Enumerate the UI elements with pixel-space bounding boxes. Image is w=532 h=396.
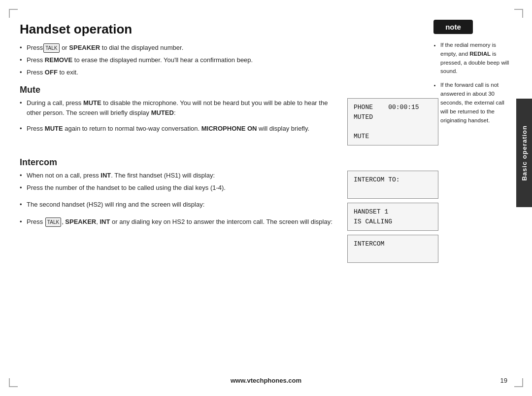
lcd-mute-line-3: [354, 122, 432, 132]
corner-mark-tl: [9, 9, 18, 18]
lcd-handset-calling-line-1: HANDSET 1: [354, 207, 432, 217]
page-number: 19: [500, 377, 507, 384]
intro-bullets: PressTALK or SPEAKER to dial the display…: [20, 43, 438, 77]
lcd-mute-line-1: PHONE 00:00:15: [354, 103, 432, 112]
intercom-right: INTERCOM TO: HANDSET 1 IS CALLING INTERC…: [347, 171, 438, 267]
mute-bullets: During a call, press MUTE to disable the…: [20, 98, 339, 117]
intercom-bullet-3: The second handset (HS2) will ring and t…: [20, 200, 339, 210]
lcd-mute-screen: PHONE 00:00:15 MUTED MUTE: [347, 98, 438, 145]
mute-bullet-1: During a call, press MUTE to disable the…: [20, 98, 339, 117]
main-content: Handset operation PressTALK or SPEAKER t…: [20, 20, 438, 371]
intercom-left: When not on a call, press INT. The first…: [20, 171, 339, 267]
note-area: note If the redial memory is empty, and …: [433, 20, 510, 130]
mute-right: PHONE 00:00:15 MUTED MUTE: [347, 98, 438, 149]
intercom-bullets: When not on a call, press INT. The first…: [20, 171, 339, 192]
intercom-bullets-2: The second handset (HS2) will ring and t…: [20, 200, 339, 210]
lcd-handset-calling-screen: HANDSET 1 IS CALLING: [347, 203, 438, 231]
intercom-bullet-2: Press the number of the handset to be ca…: [20, 183, 339, 193]
mute-section-title: Mute: [20, 85, 438, 95]
footer: www.vtechphones.com: [0, 377, 532, 384]
talk-icon: TALK: [43, 43, 59, 53]
lcd-mute-line-2: MUTED: [354, 112, 432, 122]
intro-bullet-1: PressTALK or SPEAKER to dial the display…: [20, 43, 438, 53]
intercom-bullet-1: When not on a call, press INT. The first…: [20, 171, 339, 180]
mute-bullets-2: Press MUTE again to return to normal two…: [20, 124, 339, 134]
intro-bullet-3: Press OFF to exit.: [20, 68, 438, 77]
footer-url: www.vtechphones.com: [231, 377, 301, 384]
intercom-bullets-3: Press TALK, SPEAKER, INT or any dialing …: [20, 217, 339, 227]
note-bullet-2: If the forward call is not answered in a…: [440, 81, 510, 125]
mute-section: During a call, press MUTE to disable the…: [20, 98, 438, 149]
lcd-handset-calling-line-2: IS CALLING: [354, 217, 432, 227]
lcd-intercom-screen: INTERCOM: [347, 235, 438, 263]
note-bullets-list: If the redial memory is empty, and REDIA…: [433, 41, 510, 125]
intro-bullet-2: Press REMOVE to erase the displayed numb…: [20, 55, 438, 65]
talk-icon-2: TALK: [45, 217, 61, 227]
lcd-intercom-line-1: INTERCOM: [354, 239, 432, 249]
sidebar-tab: Basic operation: [516, 99, 532, 207]
lcd-intercom-to-screen: INTERCOM TO:: [347, 171, 438, 199]
lcd-mute-line-4: MUTE: [354, 132, 432, 142]
intercom-bullet-4: Press TALK, SPEAKER, INT or any dialing …: [20, 217, 339, 227]
lcd-intercom-to-line-1: INTERCOM TO:: [354, 175, 432, 185]
intercom-section: When not on a call, press INT. The first…: [20, 171, 438, 267]
lcd-intercom-line-2: [354, 249, 432, 259]
lcd-intercom-to-line-2: [354, 185, 432, 195]
mute-bullet-2: Press MUTE again to return to normal two…: [20, 124, 339, 134]
corner-mark-tr: [514, 9, 523, 18]
sidebar-tab-label: Basic operation: [521, 125, 528, 181]
page-title: Handset operation: [20, 22, 438, 37]
intercom-section-title: Intercom: [20, 157, 438, 168]
note-bullet-1: If the redial memory is empty, and REDIA…: [440, 41, 510, 76]
note-box-label: note: [433, 20, 473, 34]
mute-left: During a call, press MUTE to disable the…: [20, 98, 339, 149]
